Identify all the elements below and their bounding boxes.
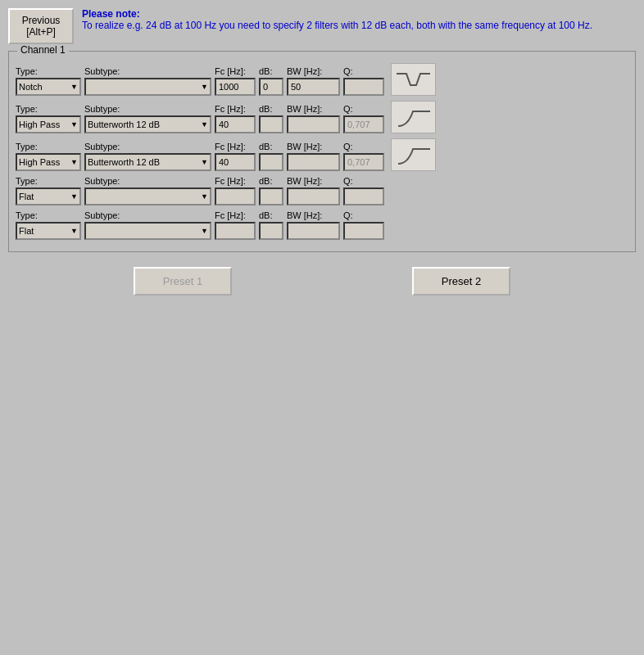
subtype-label-2: Subtype: [84, 104, 211, 114]
fc-label-5: Fc [Hz]: [215, 210, 256, 220]
notch-icon [391, 63, 436, 96]
channel-group: Channel 1 Type: Notch ▼ Subtype: ▼ Fc [H… [8, 51, 636, 252]
filter-row-4: Type: Flat ▼ Subtype: ▼ Fc [Hz]: dB: BW … [16, 176, 628, 206]
db-label-2: dB: [259, 104, 283, 114]
subtype-select-5[interactable]: ▼ [84, 222, 211, 240]
type-label-2: Type: [16, 104, 81, 114]
bw-input-2[interactable] [287, 115, 340, 133]
db-input-5[interactable] [259, 222, 283, 240]
q-label-5: Q: [343, 210, 384, 220]
db-input-1[interactable] [259, 78, 283, 96]
type-label-3: Type: [16, 142, 81, 151]
type-value-4: Flat [19, 192, 34, 201]
bw-input-3[interactable] [287, 153, 340, 171]
bw-label-3: BW [Hz]: [287, 142, 340, 151]
q-label-1: Q: [343, 66, 384, 76]
subtype-arrow-5: ▼ [201, 227, 208, 235]
fc-label-2: Fc [Hz]: [215, 104, 256, 114]
type-label-4: Type: [16, 176, 81, 186]
q-input-5[interactable] [343, 222, 384, 240]
fc-input-2[interactable] [215, 115, 256, 133]
bw-input-1[interactable] [287, 78, 340, 96]
channel-label: Channel 1 [17, 44, 69, 56]
fc-input-3[interactable] [215, 153, 256, 171]
type-arrow-3: ▼ [70, 158, 78, 166]
note-area: Please note: To realize e.g. 24 dB at 10… [82, 8, 592, 31]
type-label-1: Type: [16, 66, 81, 76]
type-select-3[interactable]: High Pass ▼ [16, 153, 81, 171]
subtype-value-2: Butterworth 12 dB [88, 120, 160, 129]
subtype-select-4[interactable]: ▼ [84, 187, 211, 206]
db-input-4[interactable] [259, 187, 283, 206]
type-select-5[interactable]: Flat ▼ [16, 222, 81, 240]
db-label-4: dB: [259, 176, 283, 186]
type-arrow-1: ▼ [70, 83, 78, 91]
bw-label-5: BW [Hz]: [287, 210, 340, 220]
type-arrow-4: ▼ [70, 192, 78, 201]
bw-label-4: BW [Hz]: [287, 176, 340, 186]
db-label-5: dB: [259, 210, 283, 220]
filter-row-2: Type: High Pass ▼ Subtype: Butterworth 1… [16, 101, 628, 133]
fc-label-1: Fc [Hz]: [215, 66, 256, 76]
subtype-label-3: Subtype: [84, 142, 211, 151]
subtype-select-1[interactable]: ▼ [84, 78, 211, 96]
fc-input-4[interactable] [215, 187, 256, 206]
db-input-2[interactable] [259, 115, 283, 133]
type-value-5: Flat [19, 226, 34, 236]
fc-label-4: Fc [Hz]: [215, 176, 256, 186]
q-input-4[interactable] [343, 187, 384, 206]
filter-row-5: Type: Flat ▼ Subtype: ▼ Fc [Hz]: dB: BW … [16, 210, 628, 240]
q-input-3[interactable] [343, 153, 384, 171]
filter-row-1: Type: Notch ▼ Subtype: ▼ Fc [Hz]: dB: BW… [16, 63, 628, 96]
type-value-3: High Pass [19, 157, 60, 167]
type-arrow-2: ▼ [70, 120, 78, 129]
subtype-label-4: Subtype: [84, 176, 211, 186]
subtype-arrow-2: ▼ [201, 120, 208, 129]
preset1-button[interactable]: Preset 1 [134, 267, 232, 296]
subtype-label-1: Subtype: [84, 66, 211, 76]
type-select-1[interactable]: Notch ▼ [16, 78, 81, 96]
note-title: Please note: [82, 8, 140, 20]
subtype-arrow-4: ▼ [201, 192, 208, 201]
bw-input-5[interactable] [287, 222, 340, 240]
q-label-3: Q: [343, 142, 384, 151]
type-arrow-5: ▼ [70, 227, 78, 235]
subtype-select-3[interactable]: Butterworth 12 dB ▼ [84, 153, 211, 171]
bw-label-2: BW [Hz]: [287, 104, 340, 114]
db-label-3: dB: [259, 142, 283, 151]
subtype-select-2[interactable]: Butterworth 12 dB ▼ [84, 115, 211, 133]
subtype-value-3: Butterworth 12 dB [88, 157, 160, 167]
q-label-4: Q: [343, 176, 384, 186]
fc-label-3: Fc [Hz]: [215, 142, 256, 151]
q-label-2: Q: [343, 104, 384, 114]
fc-input-5[interactable] [215, 222, 256, 240]
q-input-1[interactable] [343, 78, 384, 96]
highpass-icon-2 [391, 101, 436, 133]
previous-button[interactable]: Previous[Alt+P] [8, 8, 74, 44]
db-label-1: dB: [259, 66, 283, 76]
highpass-icon-3 [391, 138, 436, 171]
filter-row-3: Type: High Pass ▼ Subtype: Butterworth 1… [16, 138, 628, 171]
bw-label-1: BW [Hz]: [287, 66, 340, 76]
db-input-3[interactable] [259, 153, 283, 171]
type-select-2[interactable]: High Pass ▼ [16, 115, 81, 133]
type-value-2: High Pass [19, 120, 60, 129]
fc-input-1[interactable] [215, 78, 256, 96]
subtype-arrow-3: ▼ [201, 158, 208, 166]
type-label-5: Type: [16, 210, 81, 220]
q-input-2[interactable] [343, 115, 384, 133]
bottom-buttons: Preset 1 Preset 2 [8, 267, 636, 296]
preset2-button[interactable]: Preset 2 [412, 267, 510, 296]
note-body: To realize e.g. 24 dB at 100 Hz you need… [82, 20, 592, 31]
type-select-4[interactable]: Flat ▼ [16, 187, 81, 206]
subtype-label-5: Subtype: [84, 210, 211, 220]
bw-input-4[interactable] [287, 187, 340, 206]
subtype-arrow-1: ▼ [201, 83, 208, 91]
type-value-1: Notch [19, 82, 43, 92]
